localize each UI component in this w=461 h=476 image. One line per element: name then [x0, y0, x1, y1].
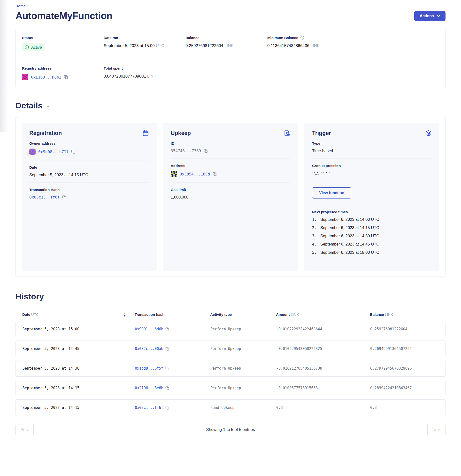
- row-amount: -0.010212785405135738: [276, 366, 370, 371]
- copy-icon[interactable]: [62, 195, 66, 199]
- row-balance: 0.26949991364507264: [370, 347, 438, 351]
- transaction-hash-link[interactable]: 0x03c1...ff6f: [29, 195, 59, 199]
- copy-icon[interactable]: [165, 406, 170, 410]
- copy-icon[interactable]: [71, 150, 75, 154]
- gas-limit-value: 1,000,000: [171, 195, 290, 199]
- cron-expression-section: Cron expression */15 * * * *: [312, 159, 432, 181]
- column-date-suffix: UTC: [31, 312, 39, 316]
- status-field: Status Active: [22, 36, 104, 51]
- pagination: Prev Showing 1 to 5 of 5 entries Next: [16, 424, 445, 435]
- min-balance-value: 0.11364157484866436: [267, 43, 309, 48]
- row-balance: 0.259276981222604: [370, 327, 438, 331]
- owner-identicon: [29, 149, 36, 155]
- copy-icon[interactable]: [204, 149, 208, 153]
- balance-suffix: LINK: [224, 43, 234, 48]
- table-row: September 5, 2023 at 15:00 0x9001...6d6b…: [16, 321, 445, 337]
- projected-time-item: 3. September 6, 2023 at 14:30 UTC: [312, 234, 432, 238]
- table-row: September 5, 2023 at 14:15 0x03c1...ff6f…: [16, 400, 445, 416]
- next-projected-times-section: Next projected times 1. September 6, 202…: [312, 205, 432, 264]
- upkeep-address-link[interactable]: 0xE854...18Cd: [180, 172, 210, 177]
- copy-icon[interactable]: [64, 75, 68, 79]
- upkeep-id-value: 354748...7389: [171, 149, 201, 153]
- row-date: September 5, 2023 at 14:45: [23, 347, 135, 351]
- sort-arrows-icon[interactable]: [123, 313, 126, 316]
- column-balance[interactable]: Balance: [370, 312, 384, 316]
- copy-icon[interactable]: [165, 347, 170, 351]
- projected-time-index: 1.: [312, 217, 316, 222]
- showing-entries-text: Showing 1 to 5 of 5 entries: [206, 427, 255, 432]
- row-activity-type: Perform Upkeep: [210, 386, 276, 390]
- copy-icon[interactable]: [165, 386, 170, 390]
- actions-button[interactable]: Actions: [414, 11, 445, 21]
- registry-identicon: [22, 74, 28, 80]
- chevron-up-icon[interactable]: [46, 105, 50, 108]
- view-function-button[interactable]: View function: [312, 187, 351, 198]
- upkeep-address-label: Address: [171, 164, 290, 168]
- upkeep-title: Upkeep: [171, 130, 191, 136]
- owner-address-label: Owner address: [29, 141, 149, 145]
- details-heading-text: Details: [16, 101, 43, 110]
- row-activity-type: Fund Upkeep: [210, 406, 276, 410]
- table-row: September 5, 2023 at 14:15 0x2196...8e6b…: [16, 380, 445, 396]
- table-row: September 5, 2023 at 14:45 0x082c...00ab…: [16, 340, 445, 357]
- row-transaction-hash-link[interactable]: 0x1bd8...6f5f: [135, 366, 163, 371]
- column-activity-type[interactable]: Activity type: [210, 312, 276, 316]
- table-row: September 5, 2023 at 14:30 0x1bd8...6f5f…: [16, 360, 445, 377]
- registration-date-value: September 5, 2023 at 14:15 UTC: [29, 173, 149, 177]
- registration-date-label: Date: [29, 165, 149, 170]
- trigger-type-section: Type Time-based: [312, 136, 432, 159]
- projected-time-item: 1. September 6, 2023 at 14:00 UTC: [312, 217, 432, 222]
- column-transaction-hash[interactable]: Transaction hash: [135, 312, 210, 316]
- column-balance-suffix: LINK: [385, 312, 393, 316]
- page-title: AutomateMyFunction: [16, 10, 112, 21]
- breadcrumb-home-link[interactable]: Home: [16, 4, 26, 8]
- row-date: September 5, 2023 at 14:15: [23, 386, 135, 390]
- projected-time-item: 2. September 6, 2023 at 14:15 UTC: [312, 225, 432, 230]
- gas-limit-section: Gas limit 1,000,000: [171, 183, 290, 205]
- date-ran-label: Date ran: [104, 36, 185, 40]
- copy-icon[interactable]: [165, 366, 170, 371]
- document-gear-icon: [284, 130, 290, 136]
- row-transaction-hash-link[interactable]: 0x9001...6d6b: [135, 327, 163, 331]
- cube-icon: [425, 130, 432, 136]
- balance-label: Balance: [185, 36, 267, 40]
- gas-limit-label: Gas limit: [171, 187, 290, 192]
- info-icon[interactable]: [300, 36, 304, 40]
- min-balance-field: Minimum Balance 0.11364157484866436 LINK: [267, 36, 439, 51]
- row-transaction-hash-link[interactable]: 0x082c...00ab: [135, 347, 163, 351]
- total-spent-label: Total spent: [104, 66, 185, 70]
- transaction-hash-label: Transaction Hash: [29, 187, 149, 192]
- prev-button[interactable]: Prev: [16, 424, 34, 435]
- history-table-body: September 5, 2023 at 15:00 0x9001...6d6b…: [16, 321, 445, 416]
- projected-time-value: September 6, 2023 at 14:30 UTC: [320, 234, 379, 238]
- projected-time-value: September 6, 2023 at 14:15 UTC: [320, 225, 379, 230]
- projected-time-value: September 6, 2023 at 14:00 UTC: [320, 217, 379, 222]
- column-amount[interactable]: Amount: [276, 312, 290, 316]
- date-ran-suffix: UTC: [156, 43, 165, 48]
- upkeep-identicon: [171, 171, 177, 177]
- trigger-type-value: Time-based: [312, 149, 432, 153]
- column-date[interactable]: Date: [22, 312, 30, 316]
- registration-title: Registration: [29, 130, 62, 136]
- calendar-icon: [142, 130, 149, 136]
- projected-time-value: September 6, 2023 at 15:00 UTC: [320, 250, 379, 255]
- registration-date-section: Date September 5, 2023 at 14:15 UTC: [29, 161, 149, 183]
- next-button[interactable]: Next: [427, 424, 445, 435]
- row-date: September 5, 2023 at 14:30: [23, 366, 135, 371]
- row-transaction-hash-link[interactable]: 0x03c1...ff6f: [135, 406, 163, 410]
- row-balance: 0.28994224210843467: [370, 386, 438, 390]
- row-transaction-hash-link[interactable]: 0x2196...8e6b: [135, 386, 163, 390]
- total-spent-field: Total spent 0.04072301877739601 LINK: [104, 66, 185, 80]
- registry-address-link[interactable]: 0xE16D...D8b2: [31, 75, 61, 79]
- row-date: September 5, 2023 at 14:15: [23, 406, 135, 410]
- row-amount: -0.010229543058226325: [276, 347, 370, 351]
- owner-address-link[interactable]: 0x9d08...b717: [38, 150, 68, 154]
- upkeep-address-section: Address 0xE854...18Cd: [171, 159, 290, 183]
- projected-time-index: 5.: [312, 250, 316, 255]
- row-activity-type: Perform Upkeep: [210, 327, 276, 331]
- balance-field: Balance 0.259276981222604 LINK: [185, 36, 267, 51]
- copy-icon[interactable]: [213, 172, 217, 176]
- row-date: September 5, 2023 at 15:00: [23, 327, 135, 331]
- copy-icon[interactable]: [165, 327, 170, 331]
- next-projected-times-label: Next projected times: [312, 210, 432, 214]
